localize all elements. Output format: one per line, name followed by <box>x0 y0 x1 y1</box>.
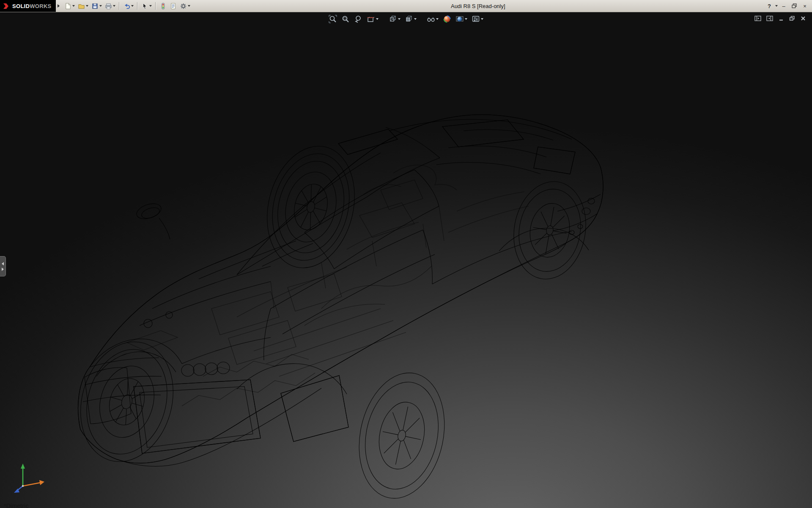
dropdown-arrow[interactable] <box>436 18 439 20</box>
car-body-outline <box>78 115 604 467</box>
rebuild-button[interactable] <box>158 0 168 12</box>
display-style-icon <box>405 15 413 23</box>
solidworks-logo-icon <box>3 3 10 10</box>
undo-button[interactable] <box>122 0 135 12</box>
print-icon <box>105 3 112 10</box>
restore-icon <box>789 16 795 21</box>
featuremanager-pane-button[interactable] <box>754 15 762 22</box>
options-gear-icon <box>180 3 187 10</box>
toolbar-separator <box>137 2 138 10</box>
dropdown-arrow[interactable] <box>188 5 190 7</box>
dropdown-arrow[interactable] <box>465 18 467 20</box>
zoom-to-fit-icon <box>329 15 337 23</box>
audi-rings-badge <box>181 362 230 376</box>
file-properties-button[interactable] <box>168 0 178 12</box>
zoom-to-fit-button[interactable] <box>327 14 338 25</box>
view-settings-icon <box>472 15 480 23</box>
front-grille <box>134 380 261 453</box>
headsup-view-toolbar <box>327 14 485 25</box>
previous-view-icon <box>354 15 362 23</box>
save-button[interactable] <box>90 0 103 12</box>
side-mirror <box>135 201 170 239</box>
close-icon <box>800 16 806 21</box>
solidworks-logo: SOLIDWORKS <box>0 0 56 12</box>
select-cursor-icon <box>141 3 148 10</box>
minimize-document-button[interactable] <box>777 15 785 22</box>
menu-expand-arrow[interactable] <box>58 4 60 8</box>
document-window-controls <box>754 15 807 22</box>
previous-view-button[interactable] <box>353 14 364 25</box>
edit-appearance-button[interactable] <box>442 14 453 25</box>
hide-show-items-button[interactable] <box>425 14 440 25</box>
wheel-front-left <box>67 331 187 472</box>
dropdown-arrow[interactable] <box>72 5 75 7</box>
print-button[interactable] <box>104 0 117 12</box>
help-dropdown-arrow[interactable] <box>775 5 778 7</box>
pane-left-icon <box>754 16 761 21</box>
toolbar-separator <box>119 2 120 10</box>
appearance-ball-icon <box>443 15 451 23</box>
window-controls: ? – × <box>765 2 812 11</box>
reference-triad <box>10 460 49 499</box>
view-orientation-button[interactable] <box>387 14 402 25</box>
select-button[interactable] <box>140 0 153 12</box>
right-intake <box>281 375 348 442</box>
rebuild-traffic-light-icon <box>159 3 167 10</box>
glasses-icon <box>427 15 435 23</box>
section-view-button[interactable] <box>365 14 380 25</box>
scene-ball-icon <box>455 15 464 23</box>
open-button[interactable] <box>77 0 90 12</box>
dropdown-arrow[interactable] <box>149 5 152 7</box>
dropdown-arrow[interactable] <box>86 5 88 7</box>
open-folder-icon <box>78 3 85 10</box>
wheel-rear-right <box>506 176 593 285</box>
dropdown-arrow[interactable] <box>481 18 483 20</box>
display-style-button[interactable] <box>403 14 418 25</box>
brand-text: SOLIDWORKS <box>12 3 52 9</box>
view-orientation-cube-icon <box>389 15 397 23</box>
minimize-button[interactable]: – <box>779 2 788 11</box>
minimize-icon <box>778 16 784 21</box>
roof-vent-mesh <box>338 129 398 155</box>
help-button[interactable]: ? <box>765 2 774 11</box>
dropdown-arrow[interactable] <box>113 5 115 7</box>
expand-left-arrow-icon <box>2 262 4 265</box>
apply-scene-button[interactable] <box>454 14 469 25</box>
wheel-front-right <box>348 365 455 506</box>
zoom-to-area-icon <box>341 15 350 23</box>
dropdown-arrow[interactable] <box>414 18 417 20</box>
dropdown-arrow[interactable] <box>131 5 134 7</box>
dropdown-arrow[interactable] <box>99 5 102 7</box>
car-wireframe-model <box>0 12 812 508</box>
close-document-button[interactable] <box>799 15 807 22</box>
display-pane-button[interactable] <box>765 15 774 22</box>
window-title: Audi R8 S [Read-only] <box>192 3 765 9</box>
view-settings-button[interactable] <box>470 14 485 25</box>
zoom-to-area-button[interactable] <box>340 14 351 25</box>
restore-document-button[interactable] <box>788 15 796 22</box>
restore-icon <box>792 3 797 8</box>
dropdown-arrow[interactable] <box>398 18 401 20</box>
titlebar: SOLIDWORKS <box>0 0 812 12</box>
expand-right-arrow-icon <box>2 268 4 271</box>
restore-button[interactable] <box>790 2 799 11</box>
options-button[interactable] <box>178 0 192 12</box>
new-document-icon <box>64 3 71 10</box>
graphics-viewport[interactable]: *Dimetric <box>0 12 812 508</box>
main-toolbar <box>63 0 192 12</box>
new-button[interactable] <box>63 0 76 12</box>
section-view-icon <box>367 15 375 23</box>
car-body-tint <box>78 115 604 463</box>
dropdown-arrow[interactable] <box>376 18 379 20</box>
save-floppy-icon <box>91 3 99 10</box>
undo-icon <box>123 3 130 10</box>
toolbar-separator <box>155 2 156 10</box>
file-properties-icon <box>170 3 177 10</box>
view-orientation-label: *Dimetric <box>4 502 29 508</box>
featuremanager-collapse-handle[interactable] <box>0 256 6 276</box>
solidworks-window: SOLIDWORKS <box>0 0 812 12</box>
pane-right-icon <box>766 16 773 21</box>
close-button[interactable]: × <box>800 2 809 11</box>
